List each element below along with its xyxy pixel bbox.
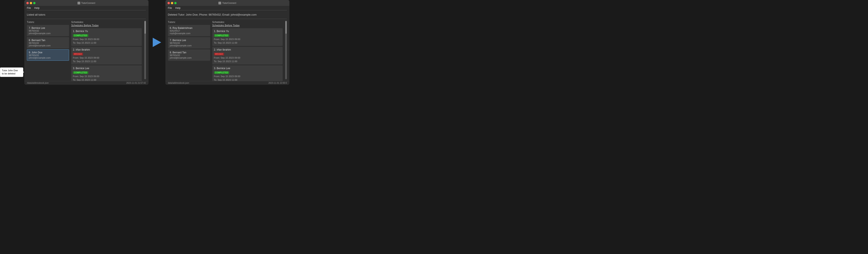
- right-traffic-lights: [167, 2, 177, 4]
- left-tutor-list: 7. Bernice Lee 98765432 johnd@example.co…: [27, 25, 69, 61]
- right-menu-bar: File Help: [165, 6, 290, 10]
- left-schedule-time-0: From: Sep 15 2023 09:00To: Sep 15 2023 1…: [73, 38, 140, 44]
- left-status-message: Listed all tutors: [24, 10, 149, 19]
- left-schedules-panel: Schedules: Schedules Before Today 1. Ber…: [71, 21, 142, 79]
- right-title-bar: TutorConnect: [165, 0, 290, 6]
- right-schedule-time-2: From: Sep 15 2023 09:00To: Sep 15 2023 1…: [214, 75, 281, 81]
- left-scrollbar[interactable]: [144, 21, 146, 79]
- right-schedule-status-0: COMPLETED: [214, 34, 229, 37]
- left-schedule-name-1: 2. Irfan Ibrahim: [73, 48, 140, 51]
- left-schedule-item-2: 3. Bernice Lee COMPLETED From: Sep 15 20…: [71, 65, 142, 81]
- left-tutor-phone-0: 98765432: [29, 30, 67, 32]
- left-status-time: 2023-11-01 21:57:42: [126, 82, 146, 84]
- right-schedule-time-1: From: Sep 15 2023 09:00To: Sep 15 2023 1…: [214, 56, 281, 63]
- right-window: TutorConnect File Help Deleted Tutor: Jo…: [165, 0, 290, 85]
- left-tutors-panel: Tutors: 7. Bernice Lee 98765432 johnd@ex…: [27, 21, 69, 79]
- right-arrow-icon: [153, 38, 161, 47]
- left-tutor-item-1[interactable]: 8. Bernard Tan 98765432 johnd@example.co…: [27, 37, 69, 48]
- right-maximize-button[interactable]: [174, 2, 177, 4]
- left-tutor-phone-1: 98765432: [29, 42, 67, 44]
- right-status-bar: data/addressbook.json 2023-11-01 22:00:0: [165, 81, 290, 85]
- left-schedule-time-2: From: Sep 15 2023 09:00To: Sep 15 2023 1…: [73, 75, 140, 81]
- right-menu-help[interactable]: Help: [175, 6, 181, 9]
- right-tutor-phone-2: 98765432: [170, 54, 208, 57]
- right-scroll-thumb: [285, 21, 287, 34]
- right-tutor-email-1: johnd@example.com: [170, 44, 208, 47]
- right-content-area: Tutors: 6. Roy Balakrishnan 92624417 roy…: [165, 19, 290, 81]
- left-scroll-thumb: [145, 21, 146, 34]
- right-tutors-panel: Tutors: 6. Roy Balakrishnan 92624417 roy…: [168, 21, 210, 79]
- right-schedule-name-1: 2. Irfan Ibrahim: [214, 48, 281, 51]
- right-schedule-item-2: 3. Bernice Lee COMPLETED From: Sep 15 20…: [212, 65, 283, 81]
- left-schedule-name-2: 3. Bernice Lee: [73, 67, 140, 70]
- left-tutor-phone-2: 98765432: [29, 54, 67, 57]
- left-tutor-email-0: johnd@example.com: [29, 32, 67, 35]
- right-tutors-header: Tutors:: [168, 21, 210, 24]
- right-tutor-name-0: 6. Roy Balakrishnan: [170, 27, 208, 30]
- right-schedule-time-0: From: Sep 15 2023 09:00To: Sep 15 2023 1…: [214, 38, 281, 44]
- left-app-icon: [78, 2, 80, 4]
- left-title-bar: TutorConnect: [24, 0, 149, 6]
- left-schedule-item-0: 1. Bernice Yu COMPLETED From: Sep 15 202…: [71, 28, 142, 46]
- left-tutor-email-2: johnd@example.com: [29, 57, 67, 59]
- left-schedule-time-1: From: Sep 15 2023 09:00To: Sep 15 2023 1…: [73, 56, 140, 63]
- left-schedules-header: Schedules:: [71, 21, 142, 24]
- left-window-title: TutorConnect: [78, 2, 95, 4]
- left-close-button[interactable]: [26, 2, 29, 4]
- left-schedule-status-2: COMPLETED: [73, 71, 88, 74]
- transition-arrow: [149, 0, 165, 85]
- left-tutors-header: Tutors:: [27, 21, 69, 24]
- right-schedules-panel: Schedules: Schedules Before Today 1. Ber…: [212, 21, 283, 79]
- right-menu-file[interactable]: File: [168, 6, 172, 9]
- left-schedules-subheader: Schedules Before Today: [71, 24, 142, 27]
- right-tutor-email-2: johnd@example.com: [170, 57, 208, 59]
- right-schedule-status-1: MISSED: [214, 53, 224, 56]
- right-tutor-item-1[interactable]: 7. Bernice Lee 98765432 johnd@example.co…: [168, 37, 210, 48]
- right-status-time: 2023-11-01 22:00:0: [269, 82, 287, 84]
- left-tutor-item-2[interactable]: 9. John Doe 98765432 johnd@example.com: [27, 49, 69, 61]
- left-tutor-name-1: 8. Bernard Tan: [29, 39, 67, 42]
- right-status-path: data/addressbook.json: [168, 82, 189, 84]
- left-menu-help[interactable]: Help: [34, 6, 39, 9]
- annotation-bubble: Tutor John Doe to be deleted: [0, 67, 23, 77]
- left-schedule-list: 1. Bernice Yu COMPLETED From: Sep 15 202…: [71, 28, 142, 81]
- left-tutor-name-0: 7. Bernice Lee: [29, 27, 67, 30]
- right-schedule-name-0: 1. Bernice Yu: [214, 30, 281, 33]
- left-status-bar: /data/addressbook.json 2023-11-01 21:57:…: [24, 81, 149, 85]
- left-window: TutorConnect File Help Listed all tutors…: [24, 0, 149, 85]
- left-schedule-status-0: COMPLETED: [73, 34, 88, 37]
- right-tutor-phone-1: 98765432: [170, 42, 208, 44]
- right-tutor-name-2: 8. Bernard Tan: [170, 51, 208, 54]
- right-schedule-item-1: 2. Irfan Ibrahim MISSED From: Sep 15 202…: [212, 47, 283, 65]
- right-schedule-list: 1. Bernice Yu COMPLETED From: Sep 15 202…: [212, 28, 283, 81]
- left-tutor-name-2: 9. John Doe: [29, 51, 67, 54]
- left-content-area: Tutors: 7. Bernice Lee 98765432 johnd@ex…: [24, 19, 149, 81]
- left-minimize-button[interactable]: [30, 2, 32, 4]
- right-app-icon: [218, 2, 221, 4]
- left-traffic-lights: [26, 2, 35, 4]
- left-schedule-name-0: 1. Bernice Yu: [73, 30, 140, 33]
- right-tutor-name-1: 7. Bernice Lee: [170, 39, 208, 42]
- right-schedule-name-2: 3. Bernice Lee: [214, 67, 281, 70]
- right-close-button[interactable]: [167, 2, 170, 4]
- right-scrollbar[interactable]: [285, 21, 287, 79]
- left-menu-bar: File Help: [24, 6, 149, 10]
- left-maximize-button[interactable]: [33, 2, 35, 4]
- right-tutor-phone-0: 92624417: [170, 30, 208, 32]
- left-status-path: /data/addressbook.json: [27, 82, 49, 84]
- left-tutor-item-0[interactable]: 7. Bernice Lee 98765432 johnd@example.co…: [27, 25, 69, 36]
- left-schedule-status-1: MISSED: [73, 53, 83, 56]
- right-tutor-list: 6. Roy Balakrishnan 92624417 royb@exampl…: [168, 25, 210, 61]
- right-tutor-email-0: royb@example.com: [170, 32, 208, 35]
- right-minimize-button[interactable]: [171, 2, 173, 4]
- right-tutor-item-0[interactable]: 6. Roy Balakrishnan 92624417 royb@exampl…: [168, 25, 210, 36]
- right-schedule-item-0: 1. Bernice Yu COMPLETED From: Sep 15 202…: [212, 28, 283, 46]
- right-schedules-subheader: Schedules Before Today: [212, 24, 283, 27]
- right-schedules-header: Schedules:: [212, 21, 283, 24]
- right-tutor-item-2[interactable]: 8. Bernard Tan 98765432 johnd@example.co…: [168, 49, 210, 61]
- left-tutor-email-1: johnd@example.com: [29, 44, 67, 47]
- right-status-message: Deleted Tutor: John Doe; Phone: 98765432…: [165, 10, 290, 19]
- left-menu-file[interactable]: File: [27, 6, 31, 9]
- left-schedule-item-1: 2. Irfan Ibrahim MISSED From: Sep 15 202…: [71, 47, 142, 65]
- right-schedule-status-2: COMPLETED: [214, 71, 229, 74]
